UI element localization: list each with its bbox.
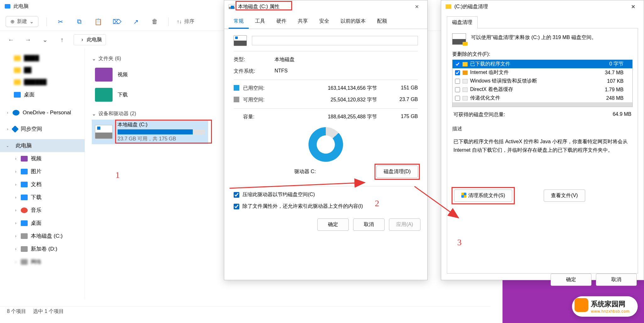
drive-label-input[interactable] (252, 36, 418, 45)
chevron-right-icon[interactable]: › (14, 195, 18, 200)
value: 23.7 GB (386, 97, 418, 103)
sidebar-item-cdrive[interactable]: ›本地磁盘 (C:) (0, 230, 85, 242)
rename-icon[interactable]: ⌦ (112, 16, 122, 27)
label: 桌面 (24, 91, 35, 98)
sidebar-item-docs[interactable]: ›文档 (0, 178, 85, 191)
drive-icon (95, 125, 113, 139)
compress-checkbox[interactable]: 压缩此驱动器以节约磁盘空间(C) (234, 189, 418, 201)
copy-icon[interactable]: ⧉ (74, 16, 85, 27)
status-selected: 选中 1 个项目 (33, 308, 64, 315)
file-icon (463, 96, 468, 100)
chevron-right-icon[interactable]: › (14, 182, 18, 187)
label: 下载 (31, 194, 42, 201)
label: 此电脑 (16, 142, 32, 149)
view-files-button[interactable]: 查看文件(V) (544, 190, 585, 202)
new-label: 新建 (17, 18, 27, 25)
up-button[interactable]: ↑ (57, 34, 67, 45)
file-row[interactable]: 传递优化文件248 MB (452, 94, 632, 102)
ok-button[interactable]: 确定 (317, 218, 349, 231)
apply-button[interactable]: 应用(A) (389, 218, 420, 231)
close-button[interactable]: ✕ (410, 4, 423, 10)
checkbox[interactable] (455, 62, 460, 67)
scrollbar-stub[interactable] (452, 102, 632, 107)
chevron-right-icon[interactable]: › (14, 156, 18, 161)
chevron-right-icon[interactable]: › (14, 221, 18, 225)
sidebar-item-onedrive[interactable]: ›OneDrive - Personal (0, 107, 85, 119)
lock-icon (463, 71, 468, 75)
tab-general[interactable]: 常规 (229, 15, 249, 29)
dialog-titlebar[interactable]: 本地磁盘 (C:) 属性 ✕ (224, 0, 427, 13)
chevron-right-icon[interactable]: › (14, 234, 18, 238)
file-row[interactable]: Internet 临时文件34.7 MB (452, 68, 632, 77)
watermark-logo (575, 298, 588, 312)
new-button[interactable]: ⊕ 新建 ⌄ (6, 16, 38, 27)
breadcrumb[interactable]: › 此电脑 (74, 34, 106, 45)
watermark-title: 系统家园网 (591, 299, 630, 309)
sidebar-item-desktop2[interactable]: ›桌面 (0, 217, 85, 230)
sidebar-item-desktop[interactable]: 桌面 (0, 88, 85, 101)
drive-usage-bar (118, 129, 205, 134)
recent-dropdown[interactable]: ⌄ (40, 34, 50, 45)
chevron-right-icon[interactable]: › (6, 110, 9, 115)
value: 64.9 MB (613, 111, 631, 118)
paste-icon[interactable]: 📋 (93, 16, 103, 27)
plus-icon: ⊕ (10, 19, 14, 25)
index-checkbox[interactable]: 除了文件属性外，还允许索引此驱动器上文件的内容(I) (234, 201, 418, 212)
cancel-button[interactable]: 取消 (353, 218, 385, 231)
dialog-titlebar[interactable]: (C:)的磁盘清理 ✕ (441, 0, 644, 13)
file-row[interactable]: DirectX 着色器缓存1.79 MB (452, 85, 632, 94)
share-icon[interactable]: ↗ (130, 16, 141, 27)
checkbox[interactable] (455, 87, 460, 92)
file-row[interactable]: 已下载的程序文件0 字节 (452, 60, 632, 68)
forward-button[interactable]: → (23, 34, 33, 45)
chevron-right-icon[interactable]: › (14, 208, 18, 212)
tab-sharing[interactable]: 共享 (293, 15, 313, 29)
sidebar: ████ ██ ██████ 桌面 ›OneDrive - Personal ›… (0, 48, 85, 299)
delete-icon[interactable]: 🗑 (149, 16, 160, 27)
chevron-right-icon[interactable]: › (14, 169, 18, 174)
checkbox[interactable] (234, 192, 239, 198)
sidebar-item-video[interactable]: ›视频 (0, 152, 85, 165)
tab-security[interactable]: 安全 (314, 15, 334, 29)
checkbox[interactable] (455, 70, 460, 75)
tab-quota[interactable]: 配额 (372, 15, 392, 29)
close-button[interactable]: ✕ (627, 4, 639, 10)
free-swatch (234, 97, 239, 102)
chevron-right-icon[interactable]: › (14, 247, 18, 251)
cut-icon[interactable]: ✂ (55, 16, 66, 27)
sort-button[interactable]: ↑↓ 排序 (177, 18, 194, 25)
drive-icon (21, 246, 28, 252)
tile-video[interactable]: 视频 (92, 65, 205, 85)
tab-strip: 磁盘清理 (447, 16, 638, 28)
drive-tile-c[interactable]: 本地磁盘 (C:) 23.7 GB 可用，共 175 GB (92, 120, 208, 144)
checkbox[interactable] (455, 96, 460, 101)
chevron-right-icon[interactable]: › (6, 127, 9, 131)
sidebar-item-pictures[interactable]: ›图片 (0, 165, 85, 178)
clean-system-files-button[interactable]: 清理系统文件(S) (454, 190, 512, 202)
separator (47, 17, 47, 26)
back-button[interactable]: ← (6, 34, 16, 45)
sidebar-item-music[interactable]: ›音乐 (0, 204, 85, 217)
chevron-down-icon[interactable]: ⌄ (6, 144, 9, 148)
tab-hardware[interactable]: 硬件 (271, 15, 291, 29)
ok-button[interactable]: 确定 (551, 274, 591, 286)
sidebar-item-downloads[interactable]: ›下载 (0, 191, 85, 204)
sidebar-item-network[interactable]: ›网络 (0, 255, 85, 268)
checkbox[interactable] (234, 204, 239, 209)
checkbox[interactable] (455, 79, 460, 84)
cancel-button[interactable]: 取消 (596, 274, 637, 286)
sidebar-item-ddrive[interactable]: ›新加卷 (D:) (0, 242, 85, 255)
sidebar-item-thispc[interactable]: ⌄此电脑 (0, 139, 85, 152)
tile-download[interactable]: 下载 (92, 85, 205, 105)
tab-tools[interactable]: 工具 (250, 15, 270, 29)
sidebar-item[interactable]: ██████ (0, 76, 85, 88)
tab-previous[interactable]: 以前的版本 (336, 15, 371, 29)
disk-cleanup-button[interactable]: 磁盘清理(D) (376, 166, 418, 178)
file-row[interactable]: Windows 错误报告和反馈诊断107 KB (452, 77, 632, 85)
label: 清理系统文件(S) (468, 193, 505, 198)
file-size: 107 KB (607, 78, 630, 84)
sidebar-item[interactable]: ██ (0, 64, 85, 76)
sidebar-item-sync[interactable]: ›同步空间 (0, 122, 85, 135)
sidebar-item[interactable]: ████ (0, 52, 85, 64)
tab-cleanup[interactable]: 磁盘清理 (447, 16, 478, 28)
